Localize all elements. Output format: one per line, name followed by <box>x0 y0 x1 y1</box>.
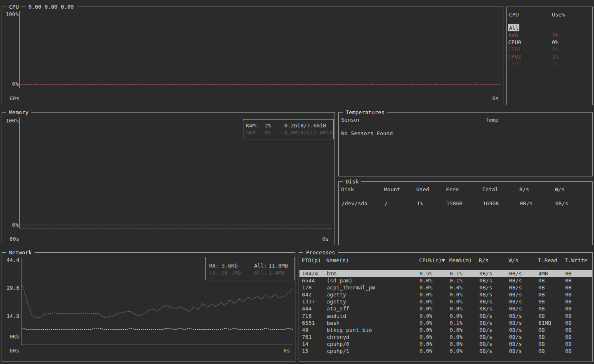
process-cell-name: ata_sff <box>327 305 349 312</box>
process-cell-pid: 761 <box>302 333 311 341</box>
col-header-ws[interactable]: W/s <box>555 186 564 193</box>
process-cell-name: bash <box>327 319 339 326</box>
col-header-sensor[interactable]: Sensor <box>341 116 361 123</box>
process-row[interactable]: 10424btm0.5%0.1%0B/s0B/s4MB0B <box>299 270 592 277</box>
disk-panel-title: Disk <box>343 178 361 185</box>
process-cell-tread: 0B <box>538 284 545 291</box>
process-row[interactable]: 14cpuhp/00.0%0.0%0B/s0B/s0B0B <box>299 341 592 348</box>
process-cell-mem: 0.0% <box>450 298 462 305</box>
process-cell-mem: 0.0% <box>450 312 462 319</box>
process-row[interactable]: 716auditd0.0%0.0%0B/s0B/s0B0B <box>299 312 592 319</box>
cpu-legend-entry-cpu2[interactable]: CPU21% <box>507 53 592 60</box>
process-cell-name: cpuhp/1 <box>327 348 349 355</box>
col-header-name[interactable]: Name(n) <box>326 257 349 264</box>
process-cell-cpu: 0.0% <box>420 305 432 312</box>
process-cell-twrite: 0B <box>565 305 572 312</box>
col-header-mem[interactable]: Mem%(m) <box>449 257 472 264</box>
cpu-legend-entry-cpu1[interactable]: CPU11% <box>507 46 592 53</box>
col-header-temp[interactable]: Temp <box>486 116 498 123</box>
col-header-rs[interactable]: R/s <box>519 186 529 193</box>
col-header-disk[interactable]: Disk <box>341 186 354 193</box>
cpu-legend-entry-cpu0[interactable]: CPU00% <box>507 39 592 46</box>
process-cell-name: auditd <box>327 312 346 319</box>
col-header-ws[interactable]: W/s <box>509 257 518 264</box>
process-cell-rs: 0B/s <box>479 291 492 298</box>
tx-total: 1.4MB <box>269 269 285 276</box>
process-cell-twrite: 0B <box>565 333 572 341</box>
process-cell-name: chronyd <box>327 333 349 341</box>
process-cell-pid: 6551 <box>302 319 315 326</box>
cpu-title-text: CPU <box>9 4 19 10</box>
process-row[interactable]: 6551bash0.0%0.1%0B/s0B/s61MB0B <box>299 319 592 326</box>
process-row[interactable]: 761chronyd0.0%0.0%0B/s0B/s0B0B <box>299 333 592 341</box>
process-cell-rs: 0B/s <box>479 270 492 277</box>
process-cell-tread: 0B <box>538 298 545 305</box>
process-cell-ws: 0B/s <box>509 277 522 284</box>
process-cell-pid: 6544 <box>302 277 315 284</box>
process-row[interactable]: 1337agetty0.0%0.0%0B/s0B/s0B0B <box>299 298 592 305</box>
network-legend: RX: 3.6Kb All: 11.8MB TX: 26.7Kb All: 1.… <box>205 257 295 280</box>
process-row[interactable]: 15cpuhp/10.0%0.0%0B/s0B/s0B0B <box>299 348 592 355</box>
process-cell-cpu: 0.0% <box>420 319 432 326</box>
process-cell-ws: 0B/s <box>509 341 522 348</box>
process-cell-rs: 0B/s <box>479 319 492 326</box>
col-header-free[interactable]: Free <box>446 186 459 193</box>
process-cell-mem: 0.0% <box>450 291 462 298</box>
process-cell-twrite: 0B <box>565 348 572 355</box>
process-cell-cpu: 0.0% <box>420 291 432 298</box>
process-cell-tread: 0B <box>538 305 545 312</box>
disk-row[interactable]: /dev/sda/1%158GB169GB0B/s0B/s <box>339 200 592 207</box>
temperatures-panel-title: Temperatures <box>343 109 387 116</box>
process-cell-pid: 10424 <box>302 270 318 277</box>
process-cell-twrite: 0B <box>565 341 572 348</box>
process-row[interactable]: 49blkcg_punt_bio0.0%0.0%0B/s0B/s0B0B <box>299 326 592 333</box>
col-header-total[interactable]: Total <box>482 186 498 193</box>
col-header-used[interactable]: Used <box>416 186 429 193</box>
ram-amount: 0.2GiB/7.6GiB <box>284 122 326 129</box>
process-cell-tread: 0B <box>538 341 545 348</box>
swap-amount: 0.0MiB/512.0MiB <box>284 129 332 136</box>
process-cell-mem: 0.0% <box>450 341 462 348</box>
process-cell-name: (sd-pam) <box>327 277 353 284</box>
process-row[interactable]: 6544(sd-pam)0.0%0.1%0B/s0B/s0B0B <box>299 277 592 284</box>
process-cell-cpu: 0.0% <box>420 326 432 333</box>
col-header-cpu-sort-descending[interactable]: CPU%(c)▼ <box>419 257 445 264</box>
temperatures-panel: Temperatures Sensor Temp No Sensors Foun… <box>338 112 593 176</box>
cpu-legend-col-name: CPU <box>509 11 519 18</box>
process-cell-tread: 0B <box>538 312 545 319</box>
cpu-usage-graph <box>2 7 504 105</box>
process-row[interactable]: 178acpi_thermal_pm0.0%0.0%0B/s0B/s0B0B <box>299 284 592 291</box>
disk-panel: Disk Disk Mount Used Free Total R/s W/s … <box>338 181 593 245</box>
memory-title-text: Memory <box>9 109 28 115</box>
col-header-mount[interactable]: Mount <box>384 186 400 193</box>
process-cell-ws: 0B/s <box>509 305 522 312</box>
process-cell-rs: 0B/s <box>479 298 492 305</box>
process-cell-cpu: 0.5% <box>420 270 432 277</box>
process-cell-rs: 0B/s <box>479 277 492 284</box>
process-cell-mem: 0.0% <box>450 305 462 312</box>
memory-panel: Memory 100% 0% 60s 0s RAM: 2% 0.2GiB/7.6… <box>2 112 335 245</box>
cpu-legend-entry-all[interactable]: All <box>507 24 592 31</box>
process-row[interactable]: 842agetty0.0%0.0%0B/s0B/s0B0B <box>299 291 592 298</box>
process-row[interactable]: 444ata_sff0.0%0.0%0B/s0B/s0B0B <box>299 305 592 312</box>
process-cell-twrite: 0B <box>565 284 572 291</box>
process-cell-tread: 0B <box>538 333 545 341</box>
cpu-legend-entry-avg[interactable]: AVG1% <box>507 32 592 39</box>
cpu-entry-usage: 1% <box>552 53 559 60</box>
process-cell-name: blkcg_punt_bio <box>327 326 372 333</box>
col-header-tread[interactable]: T.Read <box>538 257 557 264</box>
graph-line-tx <box>23 285 293 318</box>
col-header-twrite[interactable]: T.Write <box>565 257 587 264</box>
process-cell-ws: 0B/s <box>509 270 522 277</box>
disk-cell-mount: / <box>384 200 388 207</box>
tx-total-label: All: <box>254 269 267 276</box>
process-cell-name: btm <box>327 270 336 277</box>
cpu-legend-entry-cpu3[interactable]: CPU31% <box>507 60 592 67</box>
col-header-pid[interactable]: PID(p) <box>302 257 321 264</box>
processes-panel: Processes PID(p) Name(n) CPU%(c)▼ Mem%(m… <box>299 252 593 362</box>
process-cell-name: acpi_thermal_pm <box>327 284 375 291</box>
process-cell-tread: 61MB <box>538 319 551 326</box>
process-cell-ws: 0B/s <box>509 333 522 341</box>
process-cell-mem: 0.0% <box>450 333 462 341</box>
col-header-rs[interactable]: R/s <box>479 257 488 264</box>
